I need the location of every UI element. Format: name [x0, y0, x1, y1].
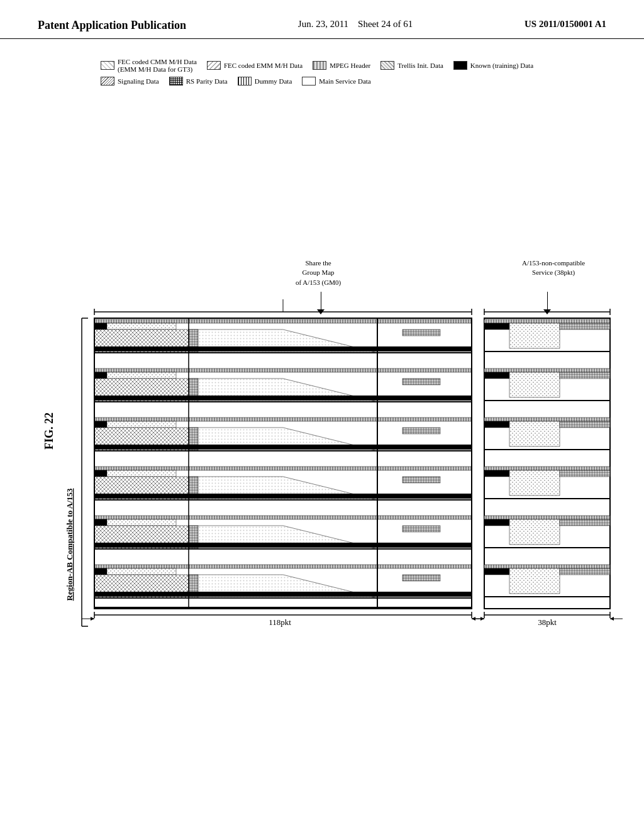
legend-box-fec-emm	[207, 61, 221, 70]
svg-rect-50	[402, 428, 440, 434]
legend-fec-emm: FEC coded EMM M/H Data	[207, 58, 303, 73]
svg-rect-113	[509, 568, 560, 594]
svg-rect-93	[509, 372, 560, 397]
legend-label-fec-emm: FEC coded EMM M/H Data	[224, 62, 303, 69]
svg-rect-109	[560, 519, 610, 526]
svg-rect-97	[484, 421, 509, 428]
legend-label-rs-parity: RS Parity Data	[186, 77, 228, 85]
svg-rect-88	[509, 323, 560, 348]
svg-rect-91	[484, 368, 610, 372]
publication-date-sheet: Jun. 23, 2011 Sheet 24 of 61	[298, 19, 413, 30]
svg-rect-92	[484, 372, 509, 379]
main-content: FEC coded CMM M/H Data(EMM M/H Data for …	[0, 39, 644, 689]
svg-rect-44	[94, 396, 472, 401]
publication-date: Jun. 23, 2011	[298, 19, 348, 29]
svg-rect-56	[94, 470, 107, 477]
legend-label-main-service: Main Service Data	[319, 77, 370, 85]
svg-rect-111	[484, 565, 610, 568]
legend-box-dummy	[238, 77, 252, 86]
svg-rect-35	[94, 346, 472, 351]
legend-label-dummy: Dummy Data	[255, 77, 292, 85]
svg-text:118pkt: 118pkt	[269, 617, 291, 627]
svg-rect-102	[484, 470, 509, 477]
svg-marker-131	[610, 617, 614, 621]
svg-rect-98	[509, 421, 560, 446]
legend-mpeg: MPEG Header	[313, 58, 370, 73]
legend-label-fec-cmm: FEC coded CMM M/H Data(EMM M/H Data for …	[118, 58, 197, 73]
svg-rect-59	[402, 477, 440, 483]
svg-rect-96	[484, 418, 610, 421]
legend-trellis: Trellis Init. Data	[380, 58, 443, 73]
svg-rect-107	[484, 519, 509, 526]
svg-marker-129	[480, 617, 484, 621]
main-diagram-svg: Region-AB Compatible to A/153	[63, 104, 629, 651]
publication-title: Patent Application Publication	[38, 19, 186, 32]
legend-rs-parity: RS Parity Data	[169, 77, 228, 86]
svg-rect-108	[509, 519, 560, 545]
svg-rect-41	[402, 379, 440, 385]
legend-label-known: Known (training) Data	[470, 62, 533, 69]
svg-text:38pkt: 38pkt	[538, 617, 557, 627]
svg-rect-45	[94, 418, 472, 421]
legend-box-signaling	[101, 77, 114, 86]
svg-rect-65	[94, 519, 107, 526]
svg-rect-62	[94, 494, 472, 499]
svg-rect-106	[484, 516, 610, 519]
legend-box-rs-parity	[169, 77, 183, 86]
legend-dummy: Dummy Data	[238, 77, 292, 86]
svg-rect-27	[94, 319, 472, 323]
svg-rect-112	[484, 568, 509, 575]
svg-rect-38	[94, 372, 107, 379]
legend-main-service: Main Service Data	[302, 77, 370, 86]
svg-rect-36	[94, 368, 472, 372]
sheet-info: Sheet 24 of 61	[358, 19, 413, 29]
svg-rect-32	[402, 329, 440, 336]
svg-rect-71	[94, 543, 472, 548]
svg-text:Region-AB Compatible to A/153: Region-AB Compatible to A/153	[65, 488, 74, 600]
svg-rect-63	[94, 516, 472, 519]
svg-rect-114	[560, 568, 610, 575]
legend-box-main-service	[302, 77, 316, 86]
legend-box-mpeg	[313, 61, 326, 70]
svg-rect-74	[94, 568, 107, 575]
svg-rect-80	[94, 592, 472, 597]
svg-rect-89	[560, 323, 610, 329]
legend-fec-cmm: FEC coded CMM M/H Data(EMM M/H Data for …	[101, 58, 197, 73]
legend-box-fec-cmm	[101, 61, 114, 70]
svg-rect-54	[94, 467, 472, 470]
svg-rect-104	[560, 470, 610, 477]
svg-rect-87	[484, 323, 509, 329]
svg-rect-99	[560, 421, 610, 428]
svg-rect-101	[484, 467, 610, 470]
svg-rect-94	[560, 372, 610, 379]
svg-rect-47	[94, 421, 107, 428]
svg-rect-29	[94, 323, 107, 329]
svg-rect-68	[402, 526, 440, 532]
svg-rect-103	[509, 470, 560, 495]
legend-box-trellis	[380, 61, 394, 70]
legend-label-mpeg: MPEG Header	[330, 62, 370, 69]
legend-area: FEC coded CMM M/H Data(EMM M/H Data for …	[25, 52, 619, 92]
legend-signaling: Signaling Data	[101, 77, 159, 86]
svg-marker-125	[91, 617, 94, 621]
svg-rect-86	[484, 319, 610, 323]
page-header: Patent Application Publication Jun. 23, …	[0, 0, 644, 39]
legend-box-known	[453, 61, 467, 70]
patent-number: US 2011/0150001 A1	[525, 19, 606, 30]
svg-rect-72	[94, 565, 472, 568]
diagram-area: FIG. 22 Share theGroup Mapof A/153 (GM0)…	[25, 98, 629, 677]
legend-label-signaling: Signaling Data	[118, 77, 159, 85]
svg-rect-53	[94, 445, 472, 450]
legend-known: Known (training) Data	[453, 58, 533, 73]
figure-label: FIG. 22	[43, 412, 56, 450]
svg-rect-77	[402, 575, 440, 581]
legend-label-trellis: Trellis Init. Data	[397, 62, 443, 69]
